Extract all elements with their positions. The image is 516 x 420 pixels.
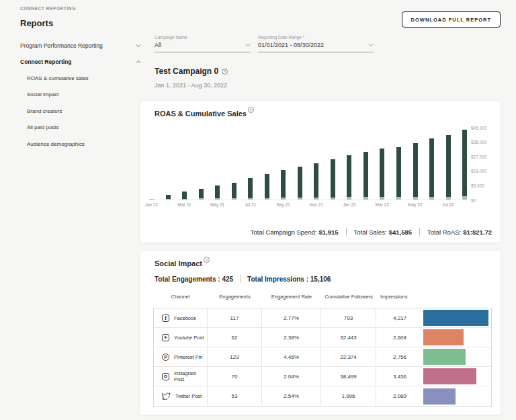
chevron-down-icon xyxy=(368,43,374,47)
channel-label: Pinterest Pin xyxy=(174,354,203,360)
spend-segment xyxy=(199,198,204,200)
spend-segment xyxy=(380,197,384,200)
sidebar-nav: Program Performance ReportingConnect Rep… xyxy=(20,38,141,153)
sidebar-section-1[interactable]: Connect Reporting xyxy=(20,54,141,70)
x-tick-label: Jan 21 xyxy=(142,202,162,207)
info-icon[interactable]: ? xyxy=(204,257,210,263)
campaign-header: Test Campaign 0 ? Jan 1, 2021 - Aug 30, … xyxy=(155,67,228,89)
play-glyph xyxy=(165,336,167,339)
x-tick-label: Sep 21 xyxy=(273,202,294,207)
spend-segment xyxy=(363,197,368,200)
spend-segment xyxy=(413,197,418,200)
total-stat: Total RoAS:$1:$21.72 xyxy=(427,228,492,236)
channel-cell: Twitter Post xyxy=(154,386,208,406)
sales-segment xyxy=(232,183,236,198)
total-stat-label: Total Sales: xyxy=(354,228,387,236)
info-icon[interactable]: ? xyxy=(248,107,254,113)
campaign-date-range: Jan 1, 2021 - Aug 30, 2022 xyxy=(155,82,228,89)
sidebar-item-all-paid-posts[interactable]: All paid posts xyxy=(20,120,141,136)
roas-card: ROAS & Cumulative Sales ? $45,000$36,000… xyxy=(140,101,501,243)
sidebar-item-brand-creators[interactable]: Brand creators xyxy=(20,103,141,120)
cumulative-followers-cell: 793 xyxy=(321,308,376,327)
sidebar-item-audience-demographics[interactable]: Audience demographics xyxy=(20,136,141,153)
sidebar-section-0[interactable]: Program Performance Reporting xyxy=(20,38,141,54)
spend-segment xyxy=(166,199,171,200)
chart-bar xyxy=(396,147,401,200)
chart-bar xyxy=(248,178,253,200)
campaign-title: Test Campaign 0 xyxy=(155,67,218,76)
pinterest-icon: P xyxy=(162,353,169,361)
chart-bar xyxy=(166,195,171,200)
sidebar-section-label: Program Performance Reporting xyxy=(20,42,103,49)
sales-segment xyxy=(182,192,187,199)
sidebar-section-label: Connect Reporting xyxy=(20,58,72,65)
twitter-icon xyxy=(162,392,171,400)
info-icon[interactable]: ? xyxy=(222,69,228,75)
impressions-bar xyxy=(423,329,464,345)
channel-label: Instagram Post xyxy=(174,370,207,382)
chart-bar xyxy=(215,185,220,200)
impressions-value: 3,436 xyxy=(376,374,423,380)
sales-segment xyxy=(215,185,220,198)
x-tick-label: Jul 21 xyxy=(241,202,261,207)
engagement-rate-cell: 2.04% xyxy=(262,367,321,386)
table-row: Twitter Post532.54%1,9962,089 xyxy=(154,386,491,406)
chart-bar xyxy=(380,149,384,200)
impressions-cell: 2,608 xyxy=(376,328,492,347)
engagements-cell: 62 xyxy=(208,328,262,347)
y-tick-label: $27,000 xyxy=(471,155,487,159)
engagement-rate-cell: 2.77% xyxy=(262,308,321,327)
roas-card-title: ROAS & Cumulative Sales xyxy=(155,110,247,118)
social-table-header: ChannelEngagementsEngagement RateCumulat… xyxy=(153,294,492,300)
spend-segment xyxy=(396,197,401,200)
facebook-glyph: f xyxy=(165,315,167,321)
engagements-cell: 117 xyxy=(208,308,262,327)
breadcrumb: CONNECT REPORTING xyxy=(20,6,141,11)
campaign-name-label: Campaign Name xyxy=(155,35,251,40)
divider xyxy=(419,228,420,237)
channel-cell: Youtube Post xyxy=(154,328,208,347)
engagement-rate-cell: 2.38% xyxy=(262,328,321,347)
reporting-date-range-select[interactable]: Reporting Date Range * 01/01/2021 - 08/3… xyxy=(258,35,374,52)
download-full-report-button[interactable]: DOWNLOAD FULL REPORT xyxy=(402,11,501,28)
channel-cell: PPinterest Pin xyxy=(154,347,208,366)
engagements-cell: 70 xyxy=(208,367,262,386)
divider xyxy=(346,228,347,237)
engagements-cell: 53 xyxy=(208,386,262,406)
y-tick-label: $18,000 xyxy=(471,169,487,173)
sales-segment xyxy=(446,135,451,196)
table-row: fFacebook1172.77%7934,217 xyxy=(154,308,491,328)
facebook-icon: f xyxy=(162,314,169,322)
sales-segment xyxy=(380,149,384,197)
sales-segment xyxy=(429,138,434,196)
sidebar-item-social-impact[interactable]: Social impact xyxy=(20,87,141,103)
y-tick-label: $45,000 xyxy=(471,126,487,130)
impressions-value: 4,217 xyxy=(376,315,423,321)
youtube-icon xyxy=(162,334,169,341)
chart-bar xyxy=(413,143,418,200)
campaign-name-select[interactable]: Campaign Name All xyxy=(155,35,251,52)
spend-segment xyxy=(248,198,253,200)
chart-bar xyxy=(182,192,187,200)
date-range-value: 01/01/2021 - 08/30/2022 xyxy=(258,42,324,48)
x-tick-label: Mar 22 xyxy=(372,202,392,207)
impressions-value: 2,756 xyxy=(376,354,423,360)
total-stat-value: $1:$21.72 xyxy=(463,228,492,236)
sales-segment xyxy=(265,174,269,198)
sales-segment xyxy=(347,155,351,197)
y-tick-label: $0 xyxy=(471,198,476,203)
sidebar-item-roas-cumulative-sales[interactable]: ROAS & cumulative sales xyxy=(20,70,141,87)
chevron-up-icon xyxy=(136,60,141,64)
table-header-cell: Engagements xyxy=(208,294,262,300)
sales-segment xyxy=(363,152,368,197)
sidebar: CONNECT REPORTING Reports Program Perfor… xyxy=(20,6,141,153)
table-header-cell: Impressions xyxy=(376,294,492,300)
sales-segment xyxy=(298,167,302,198)
impressions-cell: 2,756 xyxy=(376,347,492,366)
total-stat-label: Total Campaign Spend: xyxy=(251,228,317,236)
instagram-icon xyxy=(162,373,169,380)
total-stat-value: $1,915 xyxy=(319,228,339,236)
x-tick-label: Nov 21 xyxy=(306,202,327,207)
roas-chart-x-axis: Jan 21Mar 21May 21Jul 21Sep 21Nov 21Jan … xyxy=(149,202,467,210)
spend-segment xyxy=(446,197,451,200)
